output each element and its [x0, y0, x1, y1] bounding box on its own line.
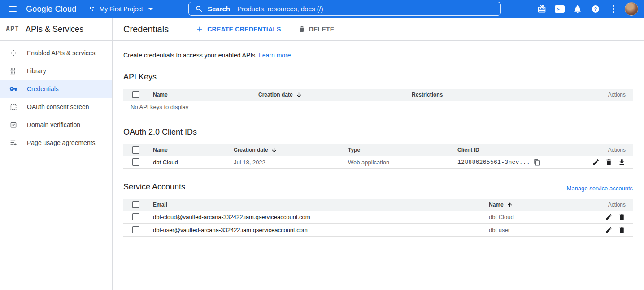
column-header-creation-date[interactable]: Creation date [234, 147, 348, 154]
more-options-button[interactable] [605, 0, 622, 18]
sidebar-item-credentials[interactable]: Credentials [0, 80, 112, 98]
row-checkbox[interactable] [132, 213, 139, 220]
product-title: APIs & Services [26, 25, 83, 34]
library-icon [9, 67, 18, 75]
delete-icon[interactable] [605, 158, 613, 166]
gift-icon [537, 4, 546, 13]
column-header-restrictions[interactable]: Restrictions [412, 92, 592, 98]
more-vert-icon [613, 5, 614, 13]
column-header-name[interactable]: Name [489, 202, 592, 208]
topbar: Google Cloud My First Project Search Pro… [0, 0, 644, 18]
select-all-checkbox[interactable] [132, 201, 139, 208]
search-placeholder: Products, resources, docs (/) [237, 5, 323, 13]
avatar [625, 2, 638, 16]
column-header-actions: Actions [583, 147, 633, 153]
topbar-actions: >_ ? [533, 0, 644, 18]
delete-icon[interactable] [618, 213, 626, 221]
edit-icon[interactable] [592, 158, 600, 166]
content-header: Credentials CREATE CREDENTIALS DELETE [113, 18, 644, 40]
project-icon [88, 5, 96, 13]
oauth-client-id: 128886265561-3ncv... [457, 159, 530, 166]
plus-icon [196, 25, 204, 33]
consent-screen-icon [9, 103, 18, 111]
sidebar-item-oauth-consent[interactable]: OAuth consent screen [0, 98, 112, 116]
hamburger-icon [9, 5, 17, 13]
learn-more-link[interactable]: Learn more [259, 52, 291, 59]
help-button[interactable]: ? [587, 0, 605, 18]
api-keys-header-row: Name Creation date Restrictions Actions [123, 89, 633, 101]
sort-down-icon [271, 147, 278, 154]
notifications-button[interactable] [569, 0, 587, 18]
oauth-header-row: Name Creation date Type Client ID Action… [123, 144, 633, 156]
table-row: dbt-cloud@vaulted-arcana-332422.iam.gser… [123, 211, 633, 224]
free-trial-gift-button[interactable] [533, 0, 551, 18]
row-checkbox[interactable] [132, 226, 139, 233]
select-all-checkbox[interactable] [132, 146, 139, 154]
service-accounts-table: Email Name Actions dbt-cloud@vaulted-arc… [123, 199, 633, 237]
api-product-icon: API [6, 25, 19, 33]
download-icon[interactable] [618, 158, 626, 166]
cloud-shell-icon: >_ [555, 5, 565, 13]
key-icon [9, 85, 18, 93]
sort-down-icon [296, 92, 302, 98]
search-label: Search [208, 5, 230, 13]
column-header-email[interactable]: Email [153, 202, 489, 208]
column-header-name[interactable]: Name [153, 92, 258, 98]
menu-button[interactable] [0, 0, 25, 18]
column-header-client-id[interactable]: Client ID [457, 147, 583, 153]
domain-verification-icon [9, 121, 18, 129]
oauth-client-name: dbt Cloud [153, 159, 234, 166]
enabled-apis-icon [9, 49, 18, 57]
table-row: dbt Cloud Jul 18, 2022 Web application 1… [123, 156, 633, 169]
api-keys-table: Name Creation date Restrictions Actions … [123, 89, 633, 114]
product-header: API APIs & Services [0, 18, 113, 40]
service-account-name: dbt user [489, 227, 592, 233]
column-header-name[interactable]: Name [153, 147, 234, 153]
edit-icon[interactable] [605, 226, 613, 234]
service-accounts-header-row: Email Name Actions [123, 199, 633, 211]
svg-text:?: ? [594, 7, 597, 12]
agreements-icon [9, 139, 18, 147]
service-account-email: dbt-user@vaulted-arcana-332422.iam.gserv… [153, 227, 489, 233]
edit-icon[interactable] [605, 213, 613, 221]
sort-up-icon [506, 202, 513, 208]
copy-icon[interactable] [534, 159, 540, 166]
service-account-email: dbt-cloud@vaulted-arcana-332422.iam.gser… [153, 214, 489, 220]
account-button[interactable] [622, 0, 640, 18]
manage-service-accounts-link[interactable]: Manage service accounts [567, 185, 633, 192]
sidebar-item-enabled-apis[interactable]: Enabled APIs & services [0, 44, 112, 62]
sidebar-item-library[interactable]: Library [0, 62, 112, 80]
oauth-clients-title: OAuth 2.0 Client IDs [123, 127, 633, 137]
sidebar: Enabled APIs & services Library Credenti… [0, 41, 113, 290]
notifications-icon [573, 4, 582, 13]
page-title: Credentials [123, 24, 169, 35]
table-row: dbt-user@vaulted-arcana-332422.iam.gserv… [123, 224, 633, 237]
trash-icon [298, 26, 305, 33]
cloud-shell-button[interactable]: >_ [551, 0, 569, 18]
search-icon [195, 5, 203, 13]
main-content: Create credentials to access your enable… [113, 41, 644, 290]
oauth-clients-table: Name Creation date Type Client ID Action… [123, 144, 633, 169]
service-account-name: dbt Cloud [489, 214, 592, 220]
help-icon: ? [591, 4, 600, 13]
select-all-checkbox[interactable] [132, 91, 139, 98]
delete-button[interactable]: DELETE [298, 26, 335, 33]
intro-text: Create credentials to access your enable… [123, 52, 633, 59]
chevron-down-icon [148, 8, 153, 10]
column-header-type[interactable]: Type [348, 147, 457, 153]
service-accounts-title: Service Accounts [123, 182, 185, 192]
sidebar-item-page-usage-agreements[interactable]: Page usage agreements [0, 134, 112, 152]
column-header-creation-date[interactable]: Creation date [258, 92, 412, 98]
google-cloud-logo[interactable]: Google Cloud [26, 4, 76, 14]
project-switcher[interactable]: My First Project [88, 5, 152, 13]
column-header-actions: Actions [592, 202, 633, 208]
api-keys-empty-row: No API keys to display [123, 101, 633, 114]
row-checkbox[interactable] [132, 158, 139, 166]
sidebar-item-domain-verification[interactable]: Domain verification [0, 116, 112, 134]
oauth-client-type: Web application [348, 159, 457, 166]
search-input[interactable]: Search Products, resources, docs (/) [188, 2, 501, 16]
create-credentials-button[interactable]: CREATE CREDENTIALS [196, 25, 281, 33]
project-name: My First Project [99, 5, 143, 13]
delete-icon[interactable] [618, 226, 626, 234]
oauth-client-creation-date: Jul 18, 2022 [234, 159, 348, 166]
